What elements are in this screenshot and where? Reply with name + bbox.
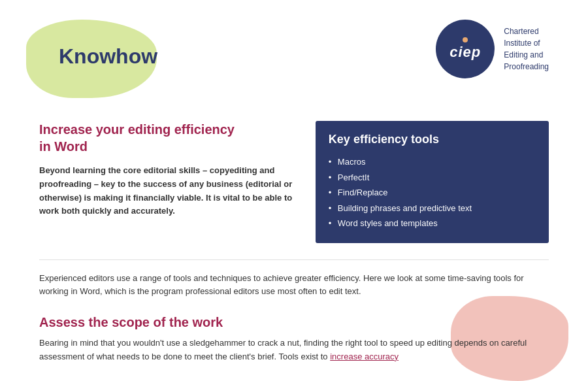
ciep-acronym: ciep: [449, 44, 481, 61]
left-column: Increase your editing efficiency in Word…: [39, 121, 296, 243]
main-content: Increase your editing efficiency in Word…: [39, 121, 549, 381]
list-item: Word styles and templates: [329, 216, 536, 231]
ciep-chartered: Chartered: [504, 25, 549, 37]
list-item: Building phrases and predictive text: [329, 201, 536, 216]
list-item: Find/Replace: [329, 185, 536, 201]
main-heading: Increase your editing efficiency in Word: [39, 121, 296, 155]
ciep-institute-of: Institute of: [504, 37, 549, 49]
knowhow-title: Knowhow: [59, 44, 157, 69]
heading-line1: Increase your editing efficiency: [39, 122, 235, 137]
two-column-section: Increase your editing efficiency in Word…: [39, 121, 549, 243]
assess-heading: Assess the scope of the work: [39, 315, 549, 330]
divider: [39, 259, 549, 260]
heading-line2: in Word: [39, 139, 88, 154]
ciep-editing-and: Editing and: [504, 49, 549, 61]
list-item: Macros: [329, 154, 536, 170]
ciep-proofreading: Proofreading: [504, 61, 549, 73]
assess-section: Assess the scope of the work Bearing in …: [39, 315, 549, 364]
list-item: PerfectIt: [329, 170, 536, 186]
ciep-logo-circle: ciep: [436, 20, 495, 78]
tools-box-title: Key efficiency tools: [329, 133, 536, 146]
intro-bold-text: Beyond learning the core editorial skill…: [39, 164, 296, 218]
logo-area: ciep Chartered Institute of Editing and …: [436, 20, 549, 78]
assess-paragraph: Bearing in mind that you wouldn't use a …: [39, 337, 549, 364]
assess-text-start: Bearing in mind that you wouldn't use a …: [39, 338, 527, 361]
assess-highlight: increase accuracy: [330, 352, 399, 361]
intro-paragraph: Experienced editors use a range of tools…: [39, 272, 549, 299]
ciep-full-name: Chartered Institute of Editing and Proof…: [504, 25, 549, 73]
ciep-dot: [463, 37, 468, 42]
key-efficiency-tools-box: Key efficiency tools Macros PerfectIt Fi…: [316, 121, 549, 243]
tools-list: Macros PerfectIt Find/Replace Building p…: [329, 154, 536, 231]
right-column: Key efficiency tools Macros PerfectIt Fi…: [316, 121, 549, 243]
